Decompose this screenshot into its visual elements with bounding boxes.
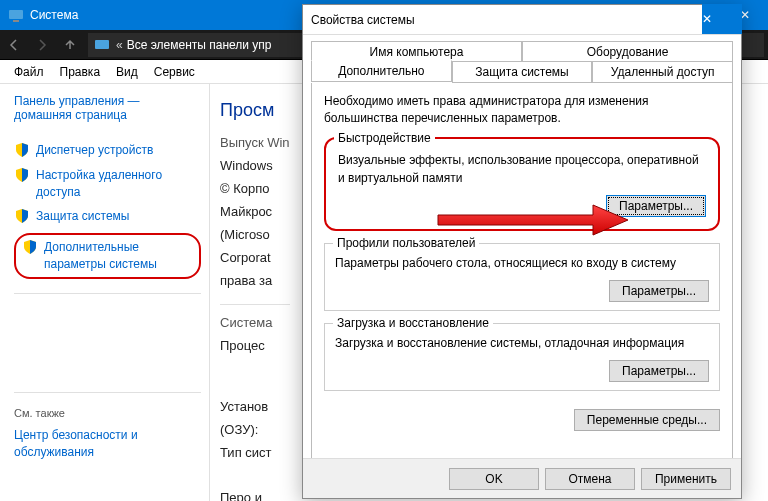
sidebar-item-system-protection[interactable]: Защита системы bbox=[14, 208, 201, 225]
shield-icon bbox=[14, 208, 30, 224]
tab-content-advanced: Необходимо иметь права администратора дл… bbox=[311, 83, 733, 463]
tab-system-protection[interactable]: Защита системы bbox=[452, 61, 593, 83]
startup-recovery-desc: Загрузка и восстановление системы, отлад… bbox=[335, 334, 709, 352]
see-also-label: См. также bbox=[14, 407, 201, 419]
dialog-close-button[interactable]: ✕ bbox=[702, 4, 742, 34]
tab-computer-name[interactable]: Имя компьютера bbox=[311, 41, 522, 62]
tab-hardware[interactable]: Оборудование bbox=[522, 41, 733, 62]
dialog-button-row: OK Отмена Применить bbox=[303, 458, 741, 498]
forward-button[interactable] bbox=[28, 31, 56, 59]
control-panel-icon bbox=[94, 37, 110, 53]
apply-button[interactable]: Применить bbox=[641, 468, 731, 490]
edition-value: Windows bbox=[220, 158, 290, 173]
back-button[interactable] bbox=[0, 31, 28, 59]
user-profiles-desc: Параметры рабочего стола, относящиеся ко… bbox=[335, 254, 709, 272]
svg-rect-0 bbox=[9, 10, 23, 19]
sidebar: Панель управления —домашняя страница Дис… bbox=[0, 84, 210, 501]
dialog-titlebar: Свойства системы ✕ bbox=[303, 5, 741, 35]
cancel-button[interactable]: Отмена bbox=[545, 468, 635, 490]
sidebar-item-remote-settings[interactable]: Настройка удаленного доступа bbox=[14, 167, 201, 201]
system-icon bbox=[8, 7, 24, 23]
performance-desc: Визуальные эффекты, использование процес… bbox=[338, 151, 706, 187]
svg-rect-2 bbox=[95, 40, 109, 49]
startup-recovery-legend: Загрузка и восстановление bbox=[333, 316, 493, 330]
shield-icon bbox=[14, 142, 30, 158]
performance-group: Быстродействие Визуальные эффекты, испол… bbox=[324, 137, 720, 231]
system-properties-dialog: Свойства системы ✕ Имя компьютера Оборуд… bbox=[302, 4, 742, 499]
dialog-title: Свойства системы bbox=[311, 13, 702, 27]
tab-row-top: Имя компьютера Оборудование bbox=[311, 41, 733, 62]
shield-icon bbox=[22, 239, 38, 255]
copyright-text: © Корпо bbox=[220, 181, 290, 196]
ok-button[interactable]: OK bbox=[449, 468, 539, 490]
menu-view[interactable]: Вид bbox=[108, 63, 146, 81]
page-heading: Просм bbox=[220, 100, 290, 121]
user-profiles-legend: Профили пользователей bbox=[333, 236, 479, 250]
sidebar-item-security-center[interactable]: Центр безопасности и обслуживания bbox=[14, 427, 201, 461]
performance-legend: Быстродействие bbox=[334, 131, 435, 145]
up-button[interactable] bbox=[56, 31, 84, 59]
shield-icon bbox=[14, 167, 30, 183]
system-section-label: Система bbox=[220, 304, 290, 330]
startup-recovery-group: Загрузка и восстановление Загрузка и вос… bbox=[324, 323, 720, 391]
environment-variables-button[interactable]: Переменные среды... bbox=[574, 409, 720, 431]
startup-recovery-settings-button[interactable]: Параметры... bbox=[609, 360, 709, 382]
admin-rights-note: Необходимо иметь права администратора дл… bbox=[324, 93, 720, 127]
user-profiles-group: Профили пользователей Параметры рабочего… bbox=[324, 243, 720, 311]
menu-file[interactable]: Файл bbox=[6, 63, 52, 81]
tab-remote[interactable]: Удаленный доступ bbox=[592, 61, 733, 83]
tab-row-bottom: Дополнительно Защита системы Удаленный д… bbox=[311, 61, 733, 83]
sidebar-item-advanced-settings[interactable]: Дополнительные параметры системы bbox=[14, 233, 201, 279]
user-profiles-settings-button[interactable]: Параметры... bbox=[609, 280, 709, 302]
menu-tools[interactable]: Сервис bbox=[146, 63, 203, 81]
edition-label: Выпуск Win bbox=[220, 135, 290, 150]
control-panel-home-link[interactable]: Панель управления —домашняя страница bbox=[14, 94, 201, 122]
tab-advanced[interactable]: Дополнительно bbox=[311, 60, 452, 82]
performance-settings-button[interactable]: Параметры... bbox=[606, 195, 706, 217]
content-area: Просм Выпуск Win Windows © Корпо Майкрос… bbox=[210, 84, 300, 501]
menu-edit[interactable]: Правка bbox=[52, 63, 109, 81]
breadcrumb-text: Все элементы панели упр bbox=[127, 38, 272, 52]
svg-rect-1 bbox=[13, 20, 19, 22]
sidebar-item-device-manager[interactable]: Диспетчер устройств bbox=[14, 142, 201, 159]
